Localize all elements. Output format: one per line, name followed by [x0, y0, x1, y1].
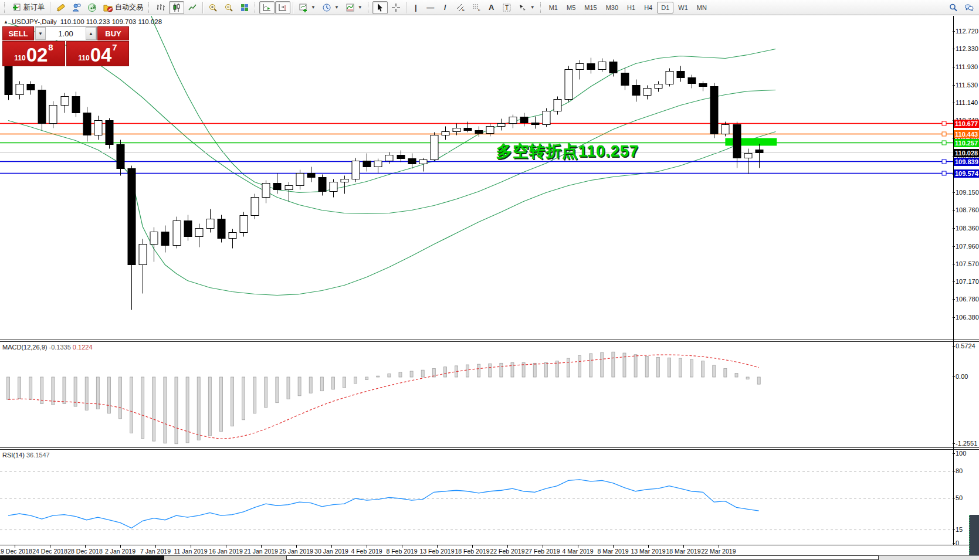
sell-button[interactable]: SELL: [2, 26, 34, 40]
text-label-tool[interactable]: T: [499, 1, 514, 14]
overlapping-window-fragment: [969, 515, 979, 556]
timeframe-H4[interactable]: H4: [640, 2, 656, 13]
autotrading-button[interactable]: 自动交易: [100, 1, 146, 14]
buy-price-display[interactable]: 110 04 7: [66, 41, 129, 66]
line-handle[interactable]: [942, 159, 946, 164]
trendline-icon: /: [444, 3, 446, 12]
y-axis-tick: 109.150: [956, 189, 979, 196]
line-handle[interactable]: [942, 171, 946, 175]
community-button[interactable]: [69, 1, 84, 14]
line-handle[interactable]: [942, 132, 946, 136]
date-axis[interactable]: 19 Dec 201824 Dec 201828 Dec 20182 Jan 2…: [0, 545, 979, 556]
timeframe-M30[interactable]: M30: [602, 2, 622, 13]
vertical-line-icon: |: [415, 3, 417, 12]
candle-body: [16, 84, 23, 95]
metaeditor-button[interactable]: [53, 1, 68, 14]
timeframe-M5[interactable]: M5: [563, 2, 580, 13]
trendline-tool[interactable]: /: [438, 1, 452, 14]
cursor-tool-button[interactable]: [372, 1, 388, 14]
one-click-trading-panel: SELL ▼ ▲ BUY 110 02 8 110 04 7: [2, 26, 129, 66]
y-axis-tick: 107.960: [956, 243, 979, 250]
rsi-plot[interactable]: [0, 450, 979, 545]
community-person-icon: [72, 3, 81, 12]
y-axis-tick: 112.720: [956, 28, 979, 35]
pane-separator[interactable]: [0, 447, 979, 450]
chart-shift-button[interactable]: [275, 1, 290, 14]
auto-scroll-icon: [262, 3, 272, 12]
timeframe-D1[interactable]: D1: [657, 2, 673, 13]
separator: [202, 2, 203, 13]
price-axis[interactable]: 112.720112.330111.930111.530111.140110.7…: [954, 0, 979, 560]
arrows-dropdown[interactable]: ▼: [515, 1, 538, 14]
candle-body: [352, 161, 360, 179]
candle-body: [296, 174, 304, 186]
macd-bar: [107, 377, 110, 413]
horizontal-levels[interactable]: [0, 121, 953, 175]
indicators-dropdown[interactable]: ▼: [343, 1, 365, 14]
tile-windows-button[interactable]: [237, 1, 252, 14]
channel-tool[interactable]: E: [453, 1, 468, 14]
toolbar-drag-handle[interactable]: [540, 2, 543, 13]
zoom-in-button[interactable]: [205, 1, 221, 14]
tile-windows-icon: [240, 3, 249, 12]
auto-scroll-button[interactable]: [259, 1, 275, 14]
timeframe-H1[interactable]: H1: [623, 2, 639, 13]
search-icon: [948, 3, 958, 12]
candle-body: [363, 161, 371, 167]
toolbar-drag-handle[interactable]: [4, 2, 6, 13]
timeframe-MN[interactable]: MN: [693, 2, 711, 13]
sell-price-display[interactable]: 110 02 8: [2, 41, 65, 66]
timeframe-M15[interactable]: M15: [580, 2, 601, 13]
line-handle[interactable]: [942, 141, 946, 145]
fibonacci-icon: F: [472, 3, 481, 12]
zoom-out-button[interactable]: [221, 1, 236, 14]
toolbar-drag-handle[interactable]: [368, 2, 370, 13]
volume-increase-button[interactable]: ▲: [86, 27, 96, 40]
candle-body: [598, 62, 606, 70]
candle-body: [475, 131, 483, 134]
timeframe-M1[interactable]: M1: [545, 2, 562, 13]
period-dropdown[interactable]: ▼: [319, 1, 342, 14]
chart-tab-fragment[interactable]: [0, 555, 164, 560]
bar-chart-mode-button[interactable]: [153, 1, 168, 14]
date-label: 22 Mar 2019: [702, 548, 736, 555]
macd-bar: [533, 363, 536, 377]
candle-body: [632, 86, 640, 96]
candle-body: [677, 72, 685, 78]
chart-annotation-text[interactable]: 多空转折点110.257: [496, 141, 639, 162]
candle-body: [161, 232, 169, 246]
macd-bar: [489, 364, 492, 377]
candlestick-mode-button[interactable]: [169, 1, 184, 14]
candle-body: [464, 128, 472, 131]
new-chart-dropdown[interactable]: ▼: [296, 1, 319, 14]
volume-decrease-button[interactable]: ▼: [35, 27, 46, 40]
horizontal-line-tool[interactable]: —: [424, 1, 438, 14]
main-chart-plot[interactable]: [0, 16, 979, 340]
macd-bar: [331, 377, 334, 389]
toolbar-drag-handle[interactable]: [148, 2, 151, 13]
volume-input[interactable]: [46, 27, 86, 40]
new-order-button[interactable]: 新订单: [9, 1, 48, 14]
signals-button[interactable]: [84, 1, 100, 14]
candle-body: [307, 174, 315, 178]
date-label: 13 Mar 2019: [631, 548, 666, 555]
line-handle[interactable]: [942, 121, 946, 125]
timeframe-W1[interactable]: W1: [674, 2, 692, 13]
date-label: 18 Mar 2019: [666, 548, 701, 555]
chart-tab-fragment[interactable]: [286, 555, 879, 560]
collapse-panel-icon[interactable]: ▲: [4, 19, 8, 25]
macd-bar: [343, 377, 346, 388]
pane-separator[interactable]: [0, 340, 979, 342]
crosshair-tool-button[interactable]: [388, 1, 404, 14]
line-chart-mode-button[interactable]: [185, 1, 200, 14]
fibonacci-tool[interactable]: F: [469, 1, 484, 14]
toolbar-drag-handle[interactable]: [255, 2, 257, 13]
macd-plot[interactable]: [0, 342, 979, 447]
buy-button[interactable]: BUY: [97, 26, 129, 40]
vertical-line-tool[interactable]: |: [409, 1, 423, 14]
text-tool[interactable]: A: [485, 1, 499, 14]
search-button[interactable]: [946, 1, 961, 14]
chart-tab-fragment[interactable]: [164, 555, 286, 560]
date-label: 21 Jan 2019: [244, 548, 278, 555]
chat-button[interactable]: [961, 1, 977, 14]
